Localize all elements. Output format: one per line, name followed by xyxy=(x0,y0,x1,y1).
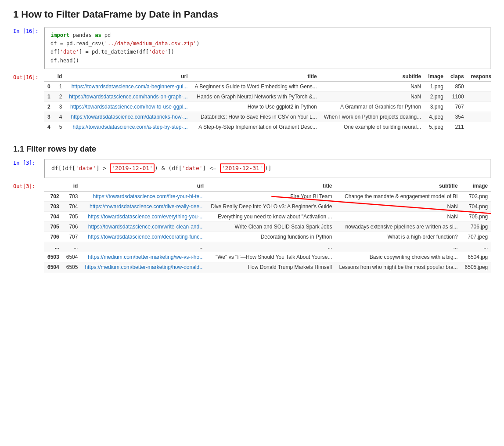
table-row: 01https://towardsdatascience.com/a-begin… xyxy=(44,81,491,91)
table-out16: id url title subtitle image claps respon… xyxy=(44,72,491,132)
table-cell: Fire Your BI Team xyxy=(207,191,335,201)
table-cell: ... xyxy=(63,242,82,252)
table-row: 12https://towardsdatascience.com/hands-o… xyxy=(44,91,491,102)
table-cell: What is a high-order function? xyxy=(335,232,461,242)
table-cell: Lessons from who might be the most popul… xyxy=(335,262,461,272)
table-cell: 705 xyxy=(63,211,82,221)
col2-header-title: title xyxy=(207,181,335,192)
table-cell: NaN xyxy=(320,81,425,91)
table-cell: Dive Really Deep into YOLO v3: A Beginne… xyxy=(207,201,335,211)
col-header-url: url xyxy=(65,72,191,82)
url-cell: https://towardsdatascience.com/a-beginne… xyxy=(65,81,191,91)
table-cell: 5 xyxy=(54,122,66,132)
table-row: 702703https://towardsdatascience.com/fir… xyxy=(44,191,491,201)
table-cell: Write Clean and SOLID Scala Spark Jobs xyxy=(207,221,335,232)
table-cell: Everything you need to know about "Activ… xyxy=(207,211,335,221)
row-index: 704 xyxy=(44,211,63,221)
url-cell: https://medium.com/better-marketing/how-… xyxy=(81,262,207,272)
table-cell: 0 xyxy=(468,112,491,122)
table-cell: 703.png xyxy=(461,191,491,201)
table-cell: 707 xyxy=(63,232,82,242)
url-cell: https://towardsdatascience.com/everythin… xyxy=(81,211,207,221)
row-index: 705 xyxy=(44,221,63,232)
table-cell: 1 xyxy=(54,81,66,91)
table-cell: NaN xyxy=(335,201,461,211)
url-cell: https://towardsdatascience.com/write-cle… xyxy=(81,221,207,232)
col-header-image: image xyxy=(425,72,447,82)
dataframe-out16: id url title subtitle image claps respon… xyxy=(44,72,491,132)
table-cell: 706.jpg xyxy=(461,221,491,232)
table-cell: 707.jpeg xyxy=(461,232,491,242)
code-block-in3: df[(df['date'] > '2019-12-01') & (df['da… xyxy=(44,159,491,178)
table-cell: 3 xyxy=(54,102,66,112)
col2-header-subtitle: subtitle xyxy=(335,181,461,192)
table-cell: 1 xyxy=(468,102,491,112)
table-cell: ... xyxy=(461,242,491,252)
code-block-in16: import pandas as pd df = pd.read_csv('..… xyxy=(44,27,491,69)
table-cell: 11 xyxy=(468,91,491,102)
in3-label: In [3]: xyxy=(13,159,44,178)
table-cell: 4.jpeg xyxy=(425,112,447,122)
table-cell: Change the mandate & engagement model of… xyxy=(335,191,461,201)
url-cell: ... xyxy=(81,242,207,252)
table-cell: A Beginner's Guide to Word Embedding wit… xyxy=(191,81,320,91)
table-cell: 211 xyxy=(447,122,468,132)
table-cell: 767 xyxy=(447,102,468,112)
table-cell: 2 xyxy=(54,91,66,102)
table-row: 45https://towardsdatascience.com/a-step-… xyxy=(44,122,491,132)
table-cell: 6505.jpeg xyxy=(461,262,491,272)
url-cell: https://towardsdatascience.com/databrick… xyxy=(65,112,191,122)
url-cell: https://towardsdatascience.com/a-step-by… xyxy=(65,122,191,132)
dataframe-out3: id url title subtitle image claps respon… xyxy=(44,181,491,272)
table-cell: A Step-by-Step Implementation of Gradien… xyxy=(191,122,320,132)
table-cell: 8 xyxy=(468,81,491,91)
row-index: 1 xyxy=(44,91,54,102)
row-index: 702 xyxy=(44,191,63,201)
url-cell: https://medium.com/better-marketing/we-v… xyxy=(81,252,207,262)
table-cell: ... xyxy=(335,242,461,252)
table-row: 703704https://towardsdatascience.com/div… xyxy=(44,201,491,211)
table-cell: NaN xyxy=(320,91,425,102)
col-header-subtitle: subtitle xyxy=(320,72,425,82)
row-index: 0 xyxy=(44,81,54,91)
row-index: 3 xyxy=(44,112,54,122)
table-cell: 6504 xyxy=(63,252,82,262)
table-row: 65046505https://medium.com/better-market… xyxy=(44,262,491,272)
row-index: 2 xyxy=(44,102,54,112)
out16-label: Out[16]: xyxy=(13,72,44,80)
col-header-claps: claps xyxy=(447,72,468,82)
row-index: 706 xyxy=(44,232,63,242)
col-header-title: title xyxy=(191,72,320,82)
table-cell: 704 xyxy=(63,201,82,211)
table-row: 706707https://towardsdatascience.com/dec… xyxy=(44,232,491,242)
table-cell: 705.png xyxy=(461,211,491,221)
col2-header-idx xyxy=(44,181,63,192)
table-cell: 703 xyxy=(63,191,82,201)
table-cell: 1.png xyxy=(425,81,447,91)
row-index: 703 xyxy=(44,201,63,211)
out3-label: Out[3]: xyxy=(13,181,44,189)
table-cell: When I work on Python projects dealing..… xyxy=(320,112,425,122)
url-cell: https://towardsdatascience.com/dive-real… xyxy=(81,201,207,211)
table-row: 705706https://towardsdatascience.com/wri… xyxy=(44,221,491,232)
table-cell: 1100 xyxy=(447,91,468,102)
table-row: ................................. xyxy=(44,242,491,252)
table-cell: Databricks: How to Save Files in CSV on … xyxy=(191,112,320,122)
table-row: 23https://towardsdatascience.com/how-to-… xyxy=(44,102,491,112)
table-cell: 3 xyxy=(468,122,491,132)
col-header-id: id xyxy=(54,72,66,82)
table-cell: NaN xyxy=(335,211,461,221)
table-cell: "We" vs "I"—How Should You Talk About Yo… xyxy=(207,252,335,262)
table-cell: 4 xyxy=(54,112,66,122)
col2-header-id: id xyxy=(63,181,82,192)
table-cell: 704.png xyxy=(461,201,491,211)
table-cell: 850 xyxy=(447,81,468,91)
url-cell: https://towardsdatascience.com/fire-your… xyxy=(81,191,207,201)
table-cell: Decorating functions in Python xyxy=(207,232,335,242)
section1-title: 1 How to Filter DataFrame by Date in Pan… xyxy=(13,9,491,20)
url-cell: https://towardsdatascience.com/how-to-us… xyxy=(65,102,191,112)
table-cell: nowadays extensive pipelines are written… xyxy=(335,221,461,232)
row-index: 4 xyxy=(44,122,54,132)
col-header-responses: responses xyxy=(468,72,491,82)
in16-label: In [16]: xyxy=(13,27,44,69)
